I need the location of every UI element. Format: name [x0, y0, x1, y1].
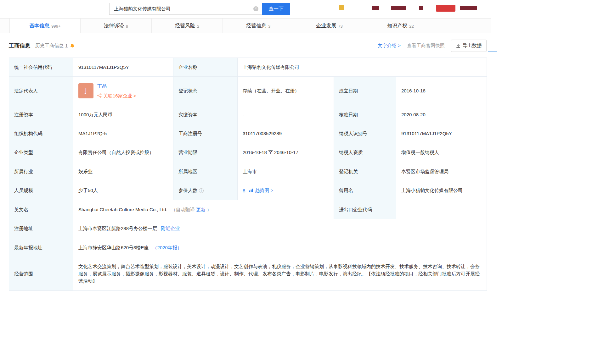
field-value: 有限责任公司（自然人投资或控股） — [73, 143, 173, 162]
tab-label: 知识产权 — [387, 23, 407, 29]
insured-count-value[interactable]: 8 — [243, 188, 245, 193]
tab-count: 73 — [338, 23, 342, 29]
search-button[interactable]: 查一下 — [262, 3, 290, 15]
field-label: 所属行业 — [9, 162, 73, 181]
history-business-info-link[interactable]: 历史工商信息 — [35, 43, 64, 49]
registered-address-value: 上海市奉贤区江艇路288号办公楼一层 — [78, 226, 157, 231]
field-label: 成立日期 — [334, 77, 396, 105]
trend-chart-icon — [249, 188, 253, 192]
clear-icon[interactable]: × — [253, 6, 258, 11]
redacted-mark — [391, 6, 406, 10]
tab-company-development[interactable]: 企业发展 73 — [294, 19, 365, 33]
tab-label: 经营风险 — [175, 23, 195, 29]
field-label: 登记状态 — [173, 77, 238, 105]
redacted-mark — [372, 6, 379, 10]
redacted-mark — [339, 5, 344, 10]
field-value: 91310117MA1J1P2Q5Y — [396, 124, 487, 143]
field-label: 企业名称 — [173, 58, 238, 77]
english-name-value: Shanghai Cheetah Culture Media Co., Ltd. — [78, 207, 167, 212]
info-icon[interactable]: i — [199, 188, 204, 193]
partial-element-mark — [488, 51, 497, 52]
tab-count: 999+ — [51, 23, 60, 29]
table-row-staff-size: 人员规模 少于50人 参保人数i 8 趋势图 > 曾用名 — [9, 181, 487, 200]
official-snapshot-link[interactable]: 查看工商官网快照 — [407, 43, 445, 49]
registered-address-cell: 上海市奉贤区江艇路288号办公楼一层 附近企业 — [73, 219, 487, 238]
table-row-org-code: 组织机构代码 MA1J1P2Q-5 工商注册号 310117003529289 … — [9, 124, 487, 143]
legal-rep-cell: 丁 丁晶 关联16家企业 > — [73, 77, 173, 105]
table-row-english-name: 英文名 Shanghai Cheetah Culture Media Co., … — [9, 200, 487, 219]
tab-legal-proceedings[interactable]: 法律诉讼 8 — [81, 19, 152, 33]
related-companies-link[interactable]: 关联16家企业 > — [103, 92, 136, 99]
redacted-badge — [436, 5, 455, 12]
text-intro-link[interactable]: 文字介绍 > — [378, 43, 401, 49]
redacted-mark — [460, 6, 477, 10]
tab-label: 企业发展 — [316, 23, 336, 29]
top-search-bar: × 查一下 — [0, 0, 615, 18]
annual-report-address-cell: 上海市静安区华山路620号3楼E座 （2020年报） — [73, 238, 487, 257]
field-label: 工商注册号 — [173, 124, 238, 143]
bell-icon[interactable] — [70, 43, 75, 48]
tab-basic-info[interactable]: 基本信息 999+ — [9, 19, 81, 33]
field-label: 经营范围 — [9, 257, 73, 290]
tab-business-info[interactable]: 经营信息 3 — [223, 19, 294, 33]
redacted-header-area — [337, 3, 485, 14]
export-data-label: 导出数据 — [463, 43, 482, 49]
update-translation-link[interactable]: 更新 — [196, 207, 206, 212]
section-header: 工商信息 历史工商信息 1 文字介绍 > 查看工商官网快照 导出数据 — [9, 40, 487, 52]
tab-count: 2 — [197, 23, 199, 29]
field-value: 少于50人 — [73, 181, 173, 200]
annual-report-link[interactable]: （2020年报） — [153, 245, 182, 250]
field-label: 参保人数i — [173, 181, 238, 200]
field-label: 组织机构代码 — [9, 124, 73, 143]
field-value: 娱乐业 — [73, 162, 173, 181]
field-label: 人员规模 — [9, 181, 73, 200]
tab-operating-risk[interactable]: 经营风险 2 — [152, 19, 223, 33]
tab-intellectual-property[interactable]: 知识产权 22 — [365, 19, 436, 33]
field-value: 2020-08-20 — [396, 105, 487, 124]
company-profile-page: × 查一下 基本信息 999+ 法律诉讼 8 经营风险 2 经营信息 3 — [0, 0, 615, 364]
field-label: 进出口企业代码 — [334, 200, 396, 219]
field-label: 所属地区 — [173, 162, 238, 181]
field-label: 登记机关 — [334, 162, 396, 181]
field-value: 上海小猎豹文化传媒有限公司 — [396, 181, 487, 200]
field-label: 最新年报地址 — [9, 238, 73, 257]
field-value: 2016-10-18 — [396, 77, 487, 105]
auto-translate-note-close: ） — [207, 207, 212, 212]
business-info-table: 统一社会信用代码 91310117MA1J1P2Q5Y 企业名称 上海猎豹文化传… — [9, 58, 487, 291]
field-label: 纳税人识别号 — [334, 124, 396, 143]
field-label: 核准日期 — [334, 105, 396, 124]
tab-count: 22 — [409, 23, 414, 29]
field-label: 纳税人资质 — [334, 143, 396, 162]
field-value: 310117003529289 — [238, 124, 334, 143]
related-companies-icon — [97, 93, 102, 98]
tab-label: 基本信息 — [29, 23, 49, 29]
insured-count-cell: 8 趋势图 > — [238, 181, 334, 200]
search-area: × 查一下 — [109, 3, 290, 15]
tab-count: 8 — [126, 23, 128, 29]
trend-chart-link[interactable]: 趋势图 > — [255, 187, 273, 194]
table-row-legal-representative: 法定代表人 丁 丁晶 — [9, 77, 487, 105]
tab-label: 法律诉讼 — [104, 23, 124, 29]
field-label: 英文名 — [9, 200, 73, 219]
table-row-registered-address: 注册地址 上海市奉贤区江艇路288号办公楼一层 附近企业 — [9, 219, 487, 238]
table-row-industry: 所属行业 娱乐业 所属地区 上海市 登记机关 奉贤区市场监督管理局 — [9, 162, 487, 181]
field-value: 2016-10-18 至 2046-10-17 — [238, 143, 334, 162]
table-row-annual-report-address: 最新年报地址 上海市静安区华山路620号3楼E座 （2020年报） — [9, 238, 487, 257]
field-value: 增值税一般纳税人 — [396, 143, 487, 162]
tab-bar: 基本信息 999+ 法律诉讼 8 经营风险 2 经营信息 3 企业发展 73 知… — [0, 18, 491, 33]
field-label: 统一社会信用代码 — [9, 58, 73, 77]
business-scope-value: 文化艺术交流策划，舞台艺术造型策划，服装设计，美术设计，动漫设计，文艺创作与表演… — [73, 257, 487, 290]
field-label: 营业期限 — [173, 143, 238, 162]
redacted-mark — [419, 6, 423, 10]
legal-rep-name-link[interactable]: 丁晶 — [97, 82, 136, 90]
tab-label: 经营信息 — [246, 23, 266, 29]
nearby-companies-link[interactable]: 附近企业 — [161, 226, 180, 231]
legal-rep-avatar[interactable]: 丁 — [78, 83, 93, 98]
field-value: 91310117MA1J1P2Q5Y — [73, 58, 173, 77]
search-input[interactable] — [109, 3, 262, 15]
export-data-button[interactable]: 导出数据 — [451, 40, 487, 52]
section-header-actions: 文字介绍 > 查看工商官网快照 导出数据 — [378, 40, 487, 52]
field-value: 奉贤区市场监督管理局 — [396, 162, 487, 181]
field-label: 注册资本 — [9, 105, 73, 124]
field-value: MA1J1P2Q-5 — [73, 124, 173, 143]
